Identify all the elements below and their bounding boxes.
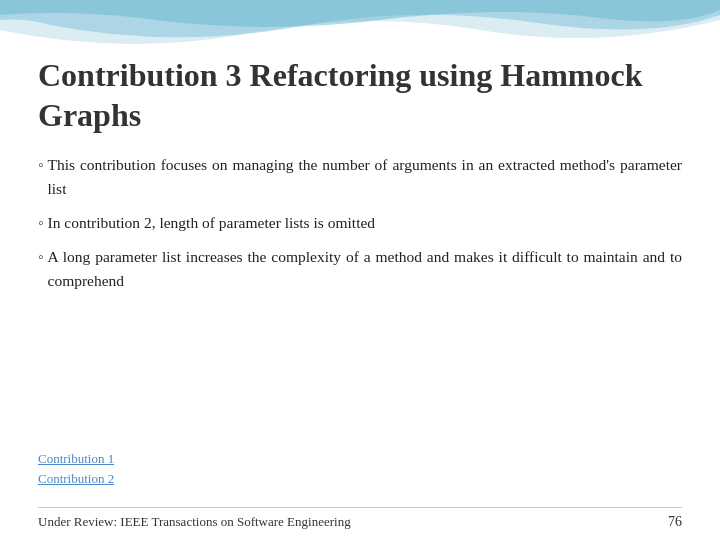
bullet-text-1: This contribution focuses on managing th…	[48, 153, 683, 201]
contribution-2-link[interactable]: Contribution 2	[38, 469, 114, 489]
main-content: Contribution 3 Refactoring using Hammock…	[38, 55, 682, 480]
footer-citation: Under Review: IEEE Transactions on Softw…	[38, 514, 351, 530]
contribution-1-link[interactable]: Contribution 1	[38, 449, 114, 469]
footer-bottom: Under Review: IEEE Transactions on Softw…	[38, 507, 682, 530]
list-item: ◦ A long parameter list increases the co…	[38, 245, 682, 293]
footer-page-number: 76	[668, 514, 682, 530]
list-item: ◦ In contribution 2, length of parameter…	[38, 211, 682, 235]
bullet-marker-1: ◦	[38, 153, 44, 177]
bullet-text-3: A long parameter list increases the comp…	[48, 245, 683, 293]
list-item: ◦ This contribution focuses on managing …	[38, 153, 682, 201]
top-wave-decoration	[0, 0, 720, 60]
bullet-marker-2: ◦	[38, 211, 44, 235]
footer-links: Contribution 1 Contribution 2	[38, 449, 114, 488]
slide-title: Contribution 3 Refactoring using Hammock…	[38, 55, 682, 135]
bullet-text-2: In contribution 2, length of parameter l…	[48, 211, 683, 235]
bullet-marker-3: ◦	[38, 245, 44, 269]
bullet-list: ◦ This contribution focuses on managing …	[38, 153, 682, 293]
